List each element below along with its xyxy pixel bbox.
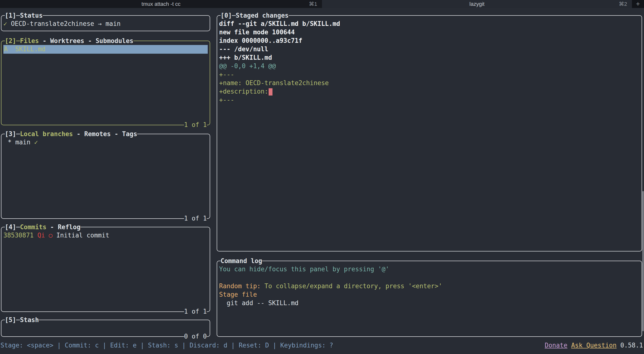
file-row-selected[interactable]: A SKILL.md: [4, 45, 208, 54]
diff-view[interactable]: diff --git a/SKILL.md b/SKILL.md new fil…: [217, 16, 642, 251]
command-text: git add -- SKILL.md: [219, 299, 640, 307]
diff-added-line: +---: [219, 70, 640, 79]
diff-line: new file mode 100644: [219, 28, 640, 37]
command-title: Stage file: [219, 290, 640, 299]
unpushed-circle-icon: ○: [49, 232, 53, 239]
stash-panel[interactable]: [5]─Stash 0 of 0: [1, 320, 210, 337]
branches-counter: 1 of 1: [184, 214, 207, 223]
diff-added-line: +description:: [219, 87, 640, 96]
terminal-window: tmux attach -t cc ⌘1 lazygit ⌘2 + [1]─St…: [0, 0, 644, 354]
commit-author: Qi: [38, 232, 45, 239]
diff-added-line: +name: OECD-translate2chinese: [219, 79, 640, 87]
check-icon: ✓: [4, 20, 11, 27]
stash-panel-title: [5]─Stash: [5, 315, 39, 324]
random-tip-label: Random tip:: [219, 282, 264, 290]
tab-lazygit-shortcut: ⌘2: [619, 0, 627, 8]
commits-counter: 1 of 1: [184, 307, 207, 316]
status-panel[interactable]: [1]─Status ✓ OECD-translate2chinese → ma…: [1, 15, 210, 31]
check-icon: ✓: [34, 139, 38, 146]
commit-message: Initial commit: [56, 232, 109, 239]
donate-link[interactable]: Donate: [545, 342, 568, 349]
version-label: 0.58.1: [620, 342, 643, 349]
files-counter: 1 of 1: [184, 121, 207, 129]
file-status-and-name: A SKILL.md: [4, 46, 46, 53]
terminal-tabbar: tmux attach -t cc ⌘1 lazygit ⌘2 +: [0, 0, 644, 8]
diff-line: --- /dev/null: [219, 45, 640, 54]
branch-row[interactable]: * main ✓: [8, 138, 208, 147]
tab-lazygit-title: lazygit: [469, 1, 484, 7]
staged-changes-panel[interactable]: [0]─Staged changes diff --git a/SKILL.md…: [217, 15, 642, 251]
random-tip-text: To collapse/expand a directory, press '<…: [264, 282, 442, 290]
terminal-cursor: [268, 88, 272, 96]
tab-tmux[interactable]: tmux attach -t cc ⌘1: [0, 0, 322, 8]
commit-hash: 38530871: [4, 232, 34, 239]
tab-tmux-title: tmux attach -t cc: [142, 1, 180, 7]
commit-row[interactable]: 38530871 Qi ○ Initial commit: [4, 231, 208, 240]
tab-tmux-shortcut: ⌘1: [309, 0, 317, 8]
files-panel[interactable]: [2]─Files - Worktrees - Submodules A SKI…: [1, 41, 210, 125]
bottom-status-bar: Stage: <space> | Commit: c | Edit: e | S…: [0, 338, 644, 354]
status-row[interactable]: ✓ OECD-translate2chinese → main: [4, 20, 208, 28]
tab-lazygit[interactable]: lazygit ⌘2: [322, 0, 632, 8]
command-log-hint: You can hide/focus this panel by pressin…: [219, 265, 640, 273]
window-scrollbar[interactable]: [642, 191, 644, 331]
diff-hunk-header: @@ -0,0 +1,4 @@: [219, 62, 640, 70]
diff-added-line: +---: [219, 96, 640, 104]
keybindings-hint: Stage: <space> | Commit: c | Edit: e | S…: [0, 341, 333, 350]
diff-line: +++ b/SKILL.md: [219, 54, 640, 62]
ask-question-link[interactable]: Ask Question: [571, 342, 617, 349]
command-log-panel[interactable]: Command log You can hide/focus this pane…: [217, 261, 642, 337]
repo-branch-label: OECD-translate2chinese → main: [11, 20, 120, 27]
diff-line: index 0000000..a93c71f: [219, 37, 640, 45]
commits-panel[interactable]: [4]─Commits - Reflog 38530871 Qi ○ Initi…: [1, 227, 210, 312]
diff-line: diff --git a/SKILL.md b/SKILL.md: [219, 20, 640, 28]
new-tab-button[interactable]: +: [632, 0, 644, 8]
branch-name: * main: [8, 139, 34, 146]
branches-panel[interactable]: [3]─Local branches - Remotes - Tags * ma…: [1, 134, 210, 219]
random-tip-row: Random tip: To collapse/expand a directo…: [219, 282, 640, 290]
